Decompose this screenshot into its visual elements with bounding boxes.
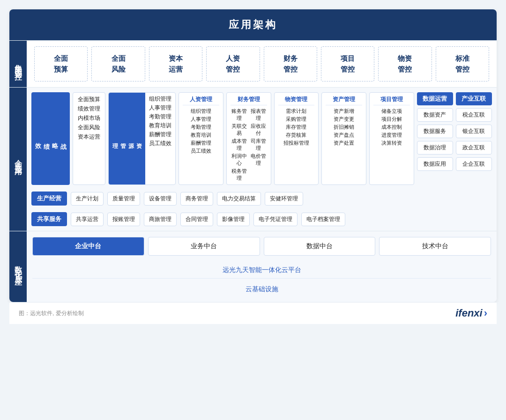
side-row-1: 数据资产 税企互联 <box>417 108 492 122</box>
renzi-item-3: 考勤管理 <box>183 124 219 131</box>
dz-platform-2: 业务中台 <box>148 237 260 256</box>
dz-platform-1: 企业中台 <box>32 237 144 256</box>
jt-item-4: 人资管控 <box>206 46 260 81</box>
renzi-title: 人资管理 <box>183 96 219 105</box>
jituan-section: 集团管控 全面预算 全面风险 资本运营 人资管控 财务管控 项目管控 物资管控 … <box>9 40 497 87</box>
shengchan-row: 生产经营 生产计划 质量管理 设备管理 商务管理 电力交易结算 安健环管理 <box>31 192 492 206</box>
zy-item-3: 考勤管理 <box>149 113 171 121</box>
jt-item-1: 全面预算 <box>34 46 88 81</box>
side-blocks: 数据运营 产业互联 数据资产 税企互联 数据服务 银企互联 <box>417 92 492 185</box>
gongxiang-row: 共享服务 共享运营 报账管理 商旅管理 合同管理 影像管理 电子凭证管理 电子档… <box>31 212 492 226</box>
xiangmu-group: 项目管理 储备立项 项目分解 成本控制 进度管理 决算转资 <box>369 92 414 185</box>
zichan-item-2: 资产变更 <box>326 116 362 123</box>
sc-item-6: 安健环管理 <box>265 192 303 206</box>
shuju-item-1: 数据资产 <box>417 108 453 122</box>
chanye-item-1: 税企互联 <box>456 108 492 122</box>
jt-item-2: 全面风险 <box>91 46 145 81</box>
shuzi-label: 数字化底座 <box>9 231 27 302</box>
zichan-item-5: 资产处置 <box>326 140 362 147</box>
qiye-label: 企业应用 <box>9 88 27 231</box>
caiwu-cols: 账务管理 关联交易 成本管理 利润中心 税务管理 报表管理 应收应付 司库管理 <box>231 108 267 182</box>
footer: 图：远光软件, 爱分析绘制 ifenxi › <box>9 302 497 324</box>
caiwu-c1-i2: 关联交易 <box>231 123 248 137</box>
zichan-item-3: 折旧摊销 <box>326 124 362 131</box>
jt-item-7: 物资管控 <box>378 46 432 81</box>
renzi-group: 人资管理 组织管理 人事管理 考勤管理 教育培训 薪酬管理 员工绩效 <box>179 92 223 185</box>
gx-item-3: 商旅管理 <box>144 213 177 226</box>
dz-platform-row: 企业中台 业务中台 数据中台 技术中台 <box>32 237 491 256</box>
xiangmu-item-4: 进度管理 <box>373 132 410 139</box>
jt-item-6: 项目管控 <box>321 46 374 81</box>
qiye-inner: 战略绩效 全面预算 绩效管理 内模市场 全面风险 资本运营 资源管理 <box>31 92 492 226</box>
gx-item-4: 合同管理 <box>180 213 213 226</box>
shuju-item-4: 数据应用 <box>417 157 453 171</box>
dz-link-1: 远光九天智能一体化云平台 <box>32 262 491 279</box>
zhanlve-label: 战略绩效 <box>31 92 70 185</box>
wuzi-item-5: 招投标管理 <box>278 140 315 147</box>
wuzi-group: 物资管理 需求计划 采购管理 库存管理 存货核算 招投标管理 <box>274 92 319 185</box>
xiangmu-item-2: 项目分解 <box>373 116 410 123</box>
sc-item-5: 电力交易结算 <box>217 192 261 206</box>
zichan-title: 资产管理 <box>326 96 362 105</box>
side-row-3: 数据治理 政企互联 <box>417 141 492 155</box>
ziyuan-label: 资源管理 <box>109 93 145 184</box>
zl-item-2: 绩效管理 <box>78 105 100 113</box>
side-row-2: 数据服务 银企互联 <box>417 125 492 138</box>
caiwu-c1-i1: 账务管理 <box>231 108 248 122</box>
zy-item-5: 薪酬管理 <box>149 131 171 139</box>
caiwu-c2-i2: 应收应付 <box>250 123 267 137</box>
wuzi-item-1: 需求计划 <box>278 108 315 115</box>
dz-link-2: 云基础设施 <box>32 282 491 296</box>
jt-item-5: 财务管控 <box>264 46 317 81</box>
caiwu-c1-i3: 成本管理 <box>231 138 248 152</box>
xiangmu-item-1: 储备立项 <box>373 108 410 115</box>
footer-logo: ifenxi › <box>455 307 487 319</box>
xiangmu-items: 储备立项 项目分解 成本控制 进度管理 决算转资 <box>373 108 410 147</box>
zichan-item-1: 资产新增 <box>326 108 362 115</box>
zy-item-1: 组织管理 <box>149 95 171 103</box>
caiwu-col2: 报表管理 应收应付 司库管理 电价管理 <box>250 108 267 182</box>
shuzi-content: 企业中台 业务中台 数据中台 技术中台 远光九天智能一体化云平台 云基础设施 <box>27 231 497 302</box>
chanye-item-4: 企企互联 <box>456 157 492 171</box>
qiye-content: 战略绩效 全面预算 绩效管理 内模市场 全面风险 资本运营 资源管理 <box>27 88 497 231</box>
caiwu-c2-i4: 电价管理 <box>250 153 267 167</box>
chanye-header: 产业互联 <box>456 92 492 105</box>
wuzi-item-2: 采购管理 <box>278 116 315 123</box>
jituan-label: 集团管控 <box>9 41 27 87</box>
renzi-item-5: 薪酬管理 <box>183 140 219 147</box>
wuzi-item-3: 库存管理 <box>278 124 315 131</box>
gx-item-1: 共享运营 <box>71 213 104 226</box>
zl-item-5: 资本运营 <box>78 133 100 141</box>
renzi-items: 组织管理 人事管理 考勤管理 教育培训 薪酬管理 员工绩效 <box>183 108 219 155</box>
shuju-item-3: 数据治理 <box>417 141 453 155</box>
top-modules-row: 战略绩效 全面预算 绩效管理 内模市场 全面风险 资本运营 资源管理 <box>31 92 492 185</box>
ziyuan-items: 组织管理 人事管理 考勤管理 教育培训 薪酬管理 员工绩效 <box>145 93 175 184</box>
gx-item-5: 影像管理 <box>217 213 250 226</box>
gx-item-2: 报账管理 <box>107 213 140 226</box>
wuzi-title: 物资管理 <box>278 96 315 105</box>
ziyuan-block: 资源管理 组织管理 人事管理 考勤管理 教育培训 薪酬管理 员工绩效 <box>108 92 176 185</box>
sc-item-2: 质量管理 <box>107 192 140 206</box>
xiangmu-item-3: 成本控制 <box>373 124 410 131</box>
caiwu-c1-i4: 利润中心 <box>231 153 248 167</box>
zy-item-6: 员工绩效 <box>149 140 171 147</box>
zhanlve-items: 全面预算 绩效管理 内模市场 全面风险 资本运营 <box>73 92 105 185</box>
renzi-item-2: 人事管理 <box>183 116 219 123</box>
gx-item-6: 电子凭证管理 <box>253 213 298 226</box>
xiangmu-item-5: 决算转资 <box>373 140 410 147</box>
zl-item-3: 内模市场 <box>78 114 100 122</box>
shuju-item-2: 数据服务 <box>417 125 453 138</box>
wuzi-item-4: 存货核算 <box>278 132 315 139</box>
logo-arrow: › <box>484 307 487 319</box>
zl-item-4: 全面风险 <box>78 124 100 132</box>
caiwu-title: 财务管理 <box>231 96 267 105</box>
zhanlve-block: 战略绩效 全面预算 绩效管理 内模市场 全面风险 资本运营 <box>31 92 105 185</box>
sc-item-3: 设备管理 <box>144 192 177 206</box>
gx-item-7: 电子档案管理 <box>301 213 345 226</box>
page-wrapper: 应用架构 集团管控 全面预算 全面风险 资本运营 人资管控 财务管控 项目管控 … <box>0 0 506 420</box>
side-row-4: 数据应用 企企互联 <box>417 157 492 171</box>
shuzi-section: 数字化底座 企业中台 业务中台 数据中台 技术中台 远光九天智能一体化云平台 云… <box>9 231 497 302</box>
chanye-item-2: 银企互联 <box>456 125 492 138</box>
chanye-item-3: 政企互联 <box>456 141 492 155</box>
xiangmu-title: 项目管理 <box>373 96 410 105</box>
